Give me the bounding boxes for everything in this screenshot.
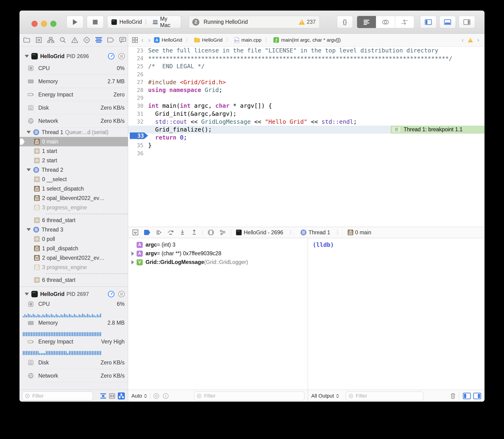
console-filter-input[interactable]	[355, 393, 421, 399]
debug-navigator-tab[interactable]	[95, 36, 103, 44]
variable-row[interactable]: V Grid::GridLogMessage (Grid::GridLogger…	[128, 258, 308, 267]
line-number[interactable]: 24	[128, 55, 148, 61]
hide-debug-area-button[interactable]	[132, 229, 139, 236]
source-control-navigator-tab[interactable]	[35, 36, 43, 44]
zoom-window-button[interactable]	[50, 21, 56, 27]
thread-view-button-icon[interactable]	[118, 291, 125, 298]
code-text[interactable]: ****************************************…	[148, 55, 452, 62]
disclosure-triangle-icon[interactable]	[27, 131, 31, 134]
annotation-menu-icon[interactable]: ☰	[392, 126, 401, 133]
console-output-mode-dropdown[interactable]: All Output	[311, 393, 339, 399]
version-editor-button[interactable]	[395, 16, 414, 28]
code-line[interactable]: 27 #include <Grid/Grid.h>	[128, 78, 484, 86]
code-text[interactable]: using namespace Grid;	[148, 86, 222, 93]
code-text[interactable]: Grid_init(&argc,&argv);	[148, 110, 236, 117]
step-into-button[interactable]	[179, 229, 186, 236]
run-button[interactable]	[67, 16, 83, 28]
disclosure-triangle-icon[interactable]	[131, 260, 134, 264]
code-text[interactable]: Grid_finalize();	[148, 126, 212, 133]
stack-frame-row[interactable]: 6 thread_start	[20, 275, 128, 285]
code-line[interactable]: 36	[128, 149, 484, 157]
gauge-row-energy-impact[interactable]: Energy ImpactVery High	[20, 337, 128, 356]
debug-breadcrumb-process[interactable]: HelloGrid - 2696	[236, 229, 283, 236]
stack-frame-row[interactable]: 6 thread_start	[20, 216, 128, 225]
toggle-inspector-panel-button[interactable]	[459, 16, 475, 28]
process-row[interactable]: HelloGridPID 2697	[20, 289, 128, 300]
disclosure-triangle-icon[interactable]	[25, 55, 29, 58]
stack-frame-row[interactable]: 0 main	[20, 137, 128, 146]
line-number[interactable]: 25	[128, 63, 148, 69]
stack-frame-row[interactable]: 2 opal_libevent2022_ev…	[20, 193, 128, 203]
line-number[interactable]: 31	[128, 111, 148, 117]
code-text[interactable]: /* END LEGAL */	[148, 63, 205, 70]
stack-frame-row[interactable]: 0 __select	[20, 175, 128, 184]
code-line[interactable]: 31 Grid_init(&argc,&argv);	[128, 110, 484, 118]
minimize-window-button[interactable]	[41, 21, 47, 27]
gauge-row-network[interactable]: NetworkZero KB/s	[20, 114, 128, 128]
breadcrumb-file[interactable]: C++ main.cpp	[234, 37, 261, 43]
breakpoint-annotation[interactable]: ☰ Thread 1: breakpoint 1.1	[390, 126, 484, 134]
related-items-icon[interactable]	[132, 37, 138, 43]
filter-running-blocks-icon[interactable]	[109, 392, 116, 400]
stop-button[interactable]	[87, 16, 104, 28]
process-row[interactable]: HelloGridPID 2696	[20, 51, 128, 62]
variables-scope-dropdown[interactable]: Auto	[131, 393, 147, 399]
code-line[interactable]: 30 int main(int argc, char * argv[]) {	[128, 102, 484, 110]
go-back-button[interactable]: ‹	[141, 36, 143, 44]
step-out-button[interactable]	[191, 229, 198, 236]
go-forward-button[interactable]: ›	[148, 36, 150, 44]
console-output[interactable]: (lldb)	[308, 238, 484, 390]
scheme-selector[interactable]: HelloGrid 〉 My Mac	[107, 16, 181, 28]
stack-frame-row[interactable]: 2 start	[20, 156, 128, 165]
code-text[interactable]: std::cout << GridLogMessage << "Hello Gr…	[148, 118, 357, 125]
stack-frame-row[interactable]: 1 select_dispatch	[20, 184, 128, 193]
stack-frame-row[interactable]: 1 start	[20, 146, 128, 156]
report-navigator-tab[interactable]	[119, 36, 127, 44]
code-line[interactable]: 34 return 0;	[128, 134, 484, 142]
stack-frame-row[interactable]: 3 progress_engine	[20, 203, 128, 212]
test-navigator-tab[interactable]	[83, 36, 91, 44]
close-window-button[interactable]	[32, 21, 38, 27]
issue-warning-icon[interactable]	[468, 38, 473, 42]
gauge-button-icon[interactable]	[108, 291, 115, 298]
step-over-button[interactable]	[167, 229, 174, 236]
warning-count[interactable]: 237	[307, 19, 316, 25]
disclosure-triangle-icon[interactable]	[131, 252, 134, 256]
stack-frame-row[interactable]: 2 opal_libevent2022_ev…	[20, 253, 128, 263]
code-line[interactable]: 32 std::cout << GridLogMessage << "Hello…	[128, 118, 484, 126]
debug-breadcrumb-frame[interactable]: 0 main	[348, 229, 371, 236]
code-line[interactable]: 28 using namespace Grid;	[128, 86, 484, 94]
gauge-row-disk[interactable]: DiskZero KB/s	[20, 101, 128, 114]
code-line[interactable]: 35 }	[128, 141, 484, 149]
line-number[interactable]: 30	[128, 103, 148, 109]
gauge-row-energy-impact[interactable]: Energy ImpactZero	[20, 88, 128, 101]
standard-editor-button[interactable]	[357, 16, 376, 28]
code-text[interactable]: See the full license in the file "LICENS…	[148, 47, 438, 54]
code-line[interactable]: 26	[128, 70, 484, 78]
stack-frame-row[interactable]: 1 poll_dispatch	[20, 244, 128, 253]
gauge-row-cpu[interactable]: CPU0%	[20, 62, 128, 75]
navigator-filter-input[interactable]	[32, 393, 90, 399]
gauge-row-cpu[interactable]: CPU6%	[20, 300, 128, 318]
thread-row[interactable]: Thread 1Queue:...d (serial)	[20, 128, 128, 137]
breadcrumb-symbol[interactable]: f main(int argc, char * argv[])	[273, 37, 341, 43]
breakpoint-navigator-tab[interactable]	[107, 36, 115, 44]
code-text[interactable]: #include <Grid/Grid.h>	[148, 79, 226, 86]
code-line[interactable]: 24 *************************************…	[128, 55, 484, 62]
show-variables-view-button[interactable]	[463, 393, 471, 399]
continue-button[interactable]	[155, 229, 163, 236]
line-number[interactable]: 27	[128, 79, 148, 85]
symbol-navigator-tab[interactable]	[47, 36, 55, 44]
debug-breadcrumb-thread[interactable]: Thread 1	[300, 229, 330, 236]
thread-row[interactable]: Thread 3	[20, 225, 128, 234]
code-line[interactable]: 29	[128, 94, 484, 102]
debug-memory-graph-button[interactable]	[219, 229, 226, 236]
breakpoints-toggle-button[interactable]	[144, 229, 151, 236]
breadcrumb-folder[interactable]: HelloGrid	[194, 37, 223, 43]
line-number[interactable]: 26	[128, 71, 148, 77]
filter-debug-symbols-icon[interactable]	[100, 392, 107, 400]
gauge-row-memory[interactable]: Memory2.8 MB	[20, 318, 128, 337]
line-number[interactable]: 36	[128, 150, 148, 157]
navigator-filter-field[interactable]	[22, 391, 93, 401]
code-text[interactable]: }	[148, 142, 152, 149]
